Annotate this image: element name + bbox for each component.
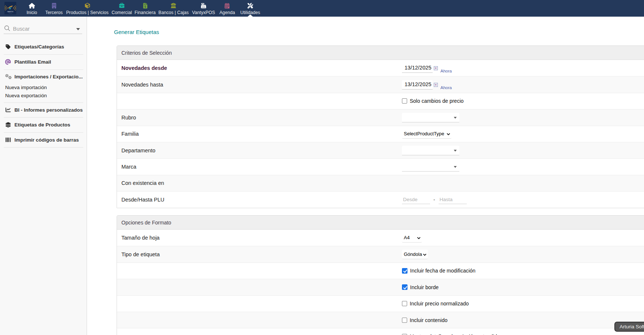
nav-items: InicioTercerosProductos | ServiciosComer…	[0, 0, 644, 17]
gears-icon	[5, 74, 13, 79]
sidebar-item-importaciones-exportacio[interactable]: Importaciones / Exportacio...	[0, 70, 87, 84]
form-row: Solo cambios de precio	[117, 93, 644, 109]
select2-dropdown[interactable]	[402, 162, 459, 172]
form-row: Novedades desdeAhora	[117, 60, 644, 76]
panel-criterios-de-selecci-n: Criterios de SelecciónNovedades desdeAho…	[117, 45, 644, 208]
chevron-down-icon	[415, 236, 421, 240]
native-select[interactable]: A4	[402, 233, 422, 243]
nav-item-financiera[interactable]: Financiera	[134, 0, 155, 17]
nav-item-bancos-cajas[interactable]: Bancos | Cajas	[158, 0, 189, 17]
sidebar-item-imprimir-c-digos-de-barras[interactable]: Imprimir códigos de barras	[0, 133, 87, 148]
checkbox-label: Mostrar detalle o descripción extendida	[410, 334, 500, 335]
sidebar-divider	[4, 147, 83, 148]
nav-item-inicio[interactable]: Inicio	[27, 0, 37, 17]
active-caret-up	[248, 14, 253, 17]
date-input[interactable]	[402, 64, 433, 73]
row-label: Desde/Hasta PLU	[121, 197, 164, 203]
branding-toast: Arturia Software	[614, 322, 644, 332]
dropdown-caret-icon	[454, 150, 457, 152]
row-label: Novedades hasta	[121, 82, 163, 88]
checkbox-unchecked[interactable]	[402, 301, 407, 306]
nav-item-comercial[interactable]: Comercial	[112, 0, 132, 17]
row-control: Ahora	[402, 60, 452, 76]
search-input[interactable]	[13, 26, 72, 32]
nav-item-utilidades[interactable]: Utilidades	[240, 0, 260, 17]
sidebar-item-label: Etiquetas de Productos	[14, 122, 70, 128]
row-control: Góndola	[402, 246, 428, 262]
nav-item-vantyxpos[interactable]: VantyxPOS	[192, 0, 215, 17]
date-input[interactable]	[402, 80, 433, 89]
row-control: Ahora	[402, 77, 452, 92]
ahora-link[interactable]: Ahora	[440, 69, 452, 73]
panel-opciones-de-formato: Opciones de FormatoTamaño de hojaA4Tipo …	[117, 215, 644, 335]
sidebar-item-bi-informes-personalizados[interactable]: BI - Informes personalizados	[0, 103, 87, 118]
select-value: A4	[404, 235, 410, 240]
row-label: Marca	[121, 164, 136, 170]
tag-icon	[5, 44, 13, 50]
row-control: Incluir contenido	[402, 312, 447, 328]
sidebar-item-nueva-exportaci-n[interactable]: Nueva exportación	[0, 92, 87, 100]
form-row: Incluir precio normalizado	[117, 295, 644, 312]
sidebar: Etiquetas/CategoríasPlantillas EmailImpo…	[0, 17, 87, 335]
file-invoice-icon	[143, 3, 147, 9]
nav-item-agenda[interactable]: Agenda	[219, 0, 235, 17]
nav-item-productos-servicios[interactable]: Productos | Servicios	[66, 0, 109, 17]
row-label: Novedades desde	[121, 65, 167, 71]
sidebar-search	[4, 24, 82, 34]
nav-item-terceros[interactable]: Terceros	[46, 0, 63, 17]
row-label: Con existencia en	[121, 180, 164, 186]
form-row: Mostrar detalle o descripción extendida	[117, 328, 644, 335]
nav-item-label: Financiera	[134, 10, 155, 15]
sidebar-item-label: Importaciones / Exportacio...	[14, 74, 83, 79]
sidebar-item-etiquetas-categor-as[interactable]: Etiquetas/Categorías	[0, 39, 87, 54]
checkbox-checked[interactable]	[402, 268, 407, 274]
nav-item-label: Agenda	[219, 10, 235, 15]
sidebar-item-label: BI - Informes personalizados	[14, 107, 83, 113]
form-row: Rubro	[117, 109, 644, 125]
toast-text: Arturia Software	[620, 324, 644, 329]
panel-header: Criterios de Selección	[117, 46, 644, 60]
box-icon	[84, 3, 90, 9]
select2-dropdown[interactable]	[402, 146, 459, 155]
chart-icon	[5, 107, 13, 112]
mini-calendar-icon[interactable]	[434, 83, 438, 87]
nav-item-label: Productos | Servicios	[66, 10, 109, 15]
nav-item-label: Comercial	[112, 10, 132, 15]
sidebar-item-label: Nueva importación	[5, 85, 47, 90]
main-content: Generar Etiquetas Criterios de Selección…	[87, 17, 644, 335]
dropdown-caret-icon	[454, 166, 457, 168]
calendar-icon	[225, 3, 229, 9]
bank-icon	[171, 3, 176, 9]
ahora-link[interactable]: Ahora	[440, 85, 452, 90]
search-dropdown-caret[interactable]	[76, 28, 80, 30]
tools-icon	[247, 3, 253, 9]
row-control: Solo cambios de precio	[402, 93, 464, 109]
checkbox-unchecked[interactable]	[402, 98, 407, 104]
row-label: Rubro	[121, 115, 136, 121]
sidebar-item-label: Imprimir códigos de barras	[14, 137, 79, 143]
search-icon	[4, 26, 10, 33]
top-navigation-bar: VANTYXsistemas InicioTercerosProductos |…	[0, 0, 644, 17]
select2-dropdown[interactable]	[402, 113, 459, 122]
checkbox-label: Incluir borde	[410, 284, 439, 290]
row-control: Incluir fecha de modificación	[402, 263, 476, 279]
native-select[interactable]: Góndola	[402, 250, 428, 259]
checkbox-unchecked[interactable]	[402, 318, 407, 323]
chevron-down-icon	[421, 253, 427, 257]
form-row: Incluir fecha de modificación	[117, 263, 644, 279]
form-row: Novedades hastaAhora	[117, 76, 644, 92]
sidebar-item-nueva-importaci-n[interactable]: Nueva importación	[0, 84, 87, 92]
native-select[interactable]: SelectProductType	[402, 129, 452, 139]
sidebar-item-etiquetas-de-productos[interactable]: Etiquetas de Productos	[0, 118, 87, 132]
form-row: Tipo de etiquetaGóndola	[117, 246, 644, 262]
sidebar-item-plantillas-email[interactable]: Plantillas Email	[0, 55, 87, 70]
mini-calendar-icon[interactable]	[434, 66, 438, 70]
checkbox-checked[interactable]	[402, 284, 407, 290]
menu-spacer	[0, 100, 87, 102]
row-control: Incluir precio normalizado	[402, 296, 469, 312]
range-from-input[interactable]	[402, 195, 430, 204]
nav-item-label: VantyxPOS	[192, 10, 215, 15]
range-to-input[interactable]	[439, 195, 467, 204]
building-icon	[51, 3, 56, 9]
checkbox-label: Incluir precio normalizado	[410, 301, 469, 307]
